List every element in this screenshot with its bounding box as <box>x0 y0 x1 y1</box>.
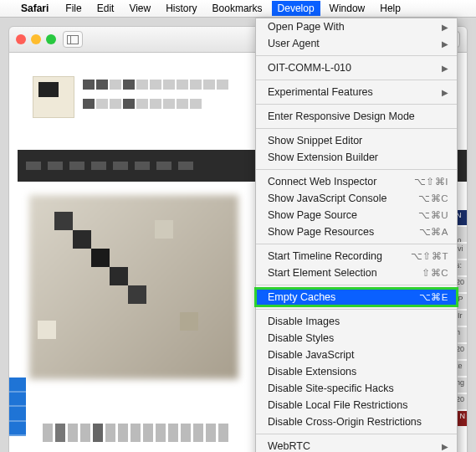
menu-item-connect-web-inspector[interactable]: Connect Web Inspector⌥⇧⌘I <box>256 173 457 190</box>
menu-item-show-javascript-console[interactable]: Show JavaScript Console⌥⌘C <box>256 190 457 207</box>
menu-history[interactable]: History <box>160 1 202 16</box>
system-menubar: Safari FileEditViewHistoryBookmarksDevel… <box>0 0 476 18</box>
menu-item-empty-caches[interactable]: Empty Caches⌥⌘E <box>256 289 457 306</box>
menu-item-label: Experimental Features <box>268 86 437 98</box>
menu-item-disable-cross-origin-restrictions[interactable]: Disable Cross-Origin Restrictions <box>256 413 457 430</box>
menu-item-label: Disable Cross-Origin Restrictions <box>268 416 448 428</box>
menu-item-shortcut: ⌥⌘C <box>418 193 448 204</box>
minimize-window-button[interactable] <box>31 34 41 44</box>
menu-separator <box>256 285 457 285</box>
blurred-header-text <box>83 80 233 116</box>
menu-item-disable-styles[interactable]: Disable Styles <box>256 330 457 347</box>
menu-bookmarks[interactable]: Bookmarks <box>207 1 269 16</box>
menu-item-shortcut: ⌥⌘U <box>418 209 448 221</box>
menu-item-label: Show JavaScript Console <box>268 193 418 204</box>
menu-item-label: Open Page With <box>268 21 437 33</box>
menu-item-label: Enter Responsive Design Mode <box>268 110 448 122</box>
menu-item-shortcut: ⇧⌘C <box>422 267 448 279</box>
menu-item-label: Disable Styles <box>268 332 448 344</box>
menu-item-start-element-selection[interactable]: Start Element Selection⇧⌘C <box>256 265 457 281</box>
menu-item-enter-responsive-design-mode[interactable]: Enter Responsive Design Mode <box>256 108 457 125</box>
submenu-chevron-icon: ▶ <box>442 39 448 49</box>
menu-item-label: WebRTC <box>268 440 437 452</box>
close-window-button[interactable] <box>16 34 26 44</box>
menu-separator <box>256 104 457 105</box>
app-menu[interactable]: Safari <box>15 1 54 16</box>
menu-item-show-page-source[interactable]: Show Page Source⌥⌘U <box>256 207 457 223</box>
menu-item-shortcut: ⌥⌘E <box>419 291 448 303</box>
menu-file[interactable]: File <box>59 1 87 16</box>
menu-edit[interactable]: Edit <box>91 1 120 16</box>
sidebar-toggle-button[interactable] <box>63 31 83 48</box>
menu-separator <box>256 80 457 80</box>
menu-item-shortcut: ⌥⇧⌘I <box>414 176 448 187</box>
menu-item-label: User Agent <box>268 38 437 49</box>
menu-item-experimental-features[interactable]: Experimental Features▶ <box>256 84 457 100</box>
menu-item-oit-comm-l-010[interactable]: OIT-COMM-L-010▶ <box>256 59 457 76</box>
menu-separator <box>256 434 457 434</box>
menu-item-user-agent[interactable]: User Agent▶ <box>256 35 457 52</box>
menu-item-label: Connect Web Inspector <box>268 176 414 187</box>
menu-separator <box>256 169 457 170</box>
menu-develop[interactable]: Develop <box>272 1 320 16</box>
menu-item-label: Disable Extensions <box>268 366 448 378</box>
menu-item-label: Start Element Selection <box>268 267 422 279</box>
menu-item-disable-images[interactable]: Disable Images <box>256 313 457 330</box>
menu-item-disable-site-specific-hacks[interactable]: Disable Site-specific Hacks <box>256 380 457 397</box>
menu-item-disable-javascript[interactable]: Disable JavaScript <box>256 347 457 363</box>
menu-item-label: Disable Site-specific Hacks <box>268 383 448 394</box>
menu-item-label: Disable Images <box>268 316 448 327</box>
menu-item-label: Start Timeline Recording <box>268 250 411 262</box>
submenu-chevron-icon: ▶ <box>442 88 448 97</box>
site-logo <box>33 76 74 118</box>
menu-separator <box>256 55 457 56</box>
menu-item-label: Show Snippet Editor <box>268 135 448 146</box>
develop-menu-dropdown: Open Page With▶User Agent▶OIT-COMM-L-010… <box>255 18 458 452</box>
menu-item-label: OIT-COMM-L-010 <box>268 62 437 74</box>
menu-item-disable-local-file-restrictions[interactable]: Disable Local File Restrictions <box>256 397 457 413</box>
menu-item-shortcut: ⌥⇧⌘T <box>411 250 448 262</box>
menu-item-label: Disable JavaScript <box>268 349 448 361</box>
menu-item-show-snippet-editor[interactable]: Show Snippet Editor <box>256 132 457 149</box>
zoom-window-button[interactable] <box>46 34 56 44</box>
menu-item-webrtc[interactable]: WebRTC▶ <box>256 438 457 452</box>
menu-item-label: Show Page Source <box>268 209 418 221</box>
menu-item-label: Show Extension Builder <box>268 152 448 163</box>
menu-item-disable-extensions[interactable]: Disable Extensions <box>256 363 457 380</box>
menu-view[interactable]: View <box>123 1 156 16</box>
menu-item-shortcut: ⌥⌘A <box>419 226 448 238</box>
menu-separator <box>256 309 457 310</box>
menu-item-label: Empty Caches <box>268 291 419 303</box>
traffic-lights <box>16 34 56 44</box>
menu-item-label: Disable Local File Restrictions <box>268 399 448 411</box>
menu-item-show-extension-builder[interactable]: Show Extension Builder <box>256 149 457 166</box>
submenu-chevron-icon: ▶ <box>442 23 448 32</box>
menu-help[interactable]: Help <box>374 1 407 16</box>
menu-window[interactable]: Window <box>324 1 371 16</box>
menu-item-start-timeline-recording[interactable]: Start Timeline Recording⌥⇧⌘T <box>256 248 457 265</box>
menu-separator <box>256 244 457 244</box>
hero-image-pixelation <box>29 195 238 379</box>
submenu-chevron-icon: ▶ <box>442 64 448 73</box>
menu-item-show-page-resources[interactable]: Show Page Resources⌥⌘A <box>256 223 457 240</box>
menu-separator <box>256 128 457 129</box>
svg-rect-0 <box>68 35 79 44</box>
menu-item-open-page-with[interactable]: Open Page With▶ <box>256 18 457 35</box>
submenu-chevron-icon: ▶ <box>442 442 448 451</box>
menu-item-label: Show Page Resources <box>268 226 419 238</box>
left-social-rail[interactable] <box>9 378 26 436</box>
